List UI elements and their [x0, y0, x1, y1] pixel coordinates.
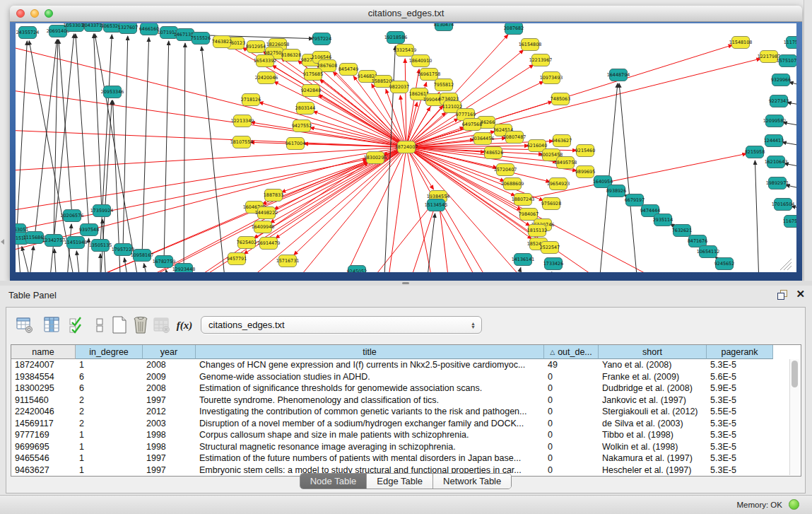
table-cell[interactable]: 0	[544, 418, 599, 430]
table-cell[interactable]: 5.3E-5	[707, 395, 773, 407]
column-header-name[interactable]: name	[11, 345, 76, 359]
network-edge[interactable]	[782, 142, 796, 149]
network-node[interactable]: 1733426	[543, 258, 563, 270]
network-node[interactable]: 12342757	[42, 235, 66, 247]
network-node[interactable]: 2522547	[540, 242, 560, 254]
network-node[interactable]: 9397548	[79, 224, 99, 236]
tab-edge-table[interactable]: Edge Table	[367, 474, 433, 489]
table-cell[interactable]: Genome-wide association studies in ADHD.	[196, 371, 544, 383]
network-node[interactable]: 11548108	[729, 37, 753, 49]
network-node[interactable]: 9899695	[575, 166, 595, 178]
network-node[interactable]: 16961758	[418, 69, 441, 81]
table-cell[interactable]: 1998	[143, 429, 196, 441]
network-node[interactable]: 10654112	[697, 246, 720, 258]
network-edge[interactable]	[142, 37, 149, 255]
table-cell[interactable]: 1	[76, 429, 143, 441]
float-panel-icon[interactable]	[777, 290, 788, 300]
table-cell[interactable]: Disruption of a novel member of a sodium…	[196, 418, 544, 430]
table-cell[interactable]: de Silva et al. (2003)	[599, 418, 707, 430]
scrollbar-thumb[interactable]	[792, 361, 798, 387]
column-header-in-degree[interactable]: in_degree	[76, 345, 143, 359]
table-cell[interactable]: 0	[544, 429, 599, 441]
network-edge[interactable]	[35, 40, 57, 238]
memory-status-icon[interactable]	[789, 499, 799, 510]
table-cell[interactable]: 22420046	[11, 406, 76, 418]
network-edge[interactable]	[76, 34, 89, 230]
network-node[interactable]: 2718126	[241, 94, 261, 106]
table-scrollbar[interactable]	[789, 359, 799, 475]
network-node[interactable]: 15720407	[494, 164, 517, 176]
table-cell[interactable]: 5.9E-5	[707, 382, 773, 395]
network-edge[interactable]	[16, 45, 406, 147]
network-node[interactable]: 9463627	[552, 135, 572, 147]
table-cell[interactable]: Structural magnetic resonance image aver…	[196, 441, 544, 453]
table-cell[interactable]: 19384554	[11, 371, 76, 383]
table-cell[interactable]: 5.3E-5	[707, 452, 773, 465]
table-cell[interactable]: 0	[544, 452, 599, 465]
network-edge[interactable]	[144, 264, 153, 272]
network-node[interactable]: 2803144	[295, 103, 315, 115]
network-edge[interactable]	[37, 161, 367, 272]
table-options-button[interactable]	[15, 315, 35, 335]
table-cell[interactable]: 2008	[143, 382, 196, 395]
new-table-button[interactable]	[110, 315, 129, 335]
table-cell[interactable]: 5.3E-5	[707, 359, 773, 371]
table-row[interactable]: 946554611997Estimation of the future num…	[11, 452, 801, 465]
network-node[interactable]: 7984067	[519, 209, 539, 221]
network-edge[interactable]	[439, 205, 454, 272]
table-cell[interactable]: 1	[76, 441, 143, 453]
network-node[interactable]: 11451948	[64, 237, 88, 249]
network-node[interactable]: 19218586	[384, 32, 408, 44]
network-node[interactable]: 9245652	[714, 258, 734, 270]
network-node[interactable]: 16210643	[765, 156, 788, 168]
network-edge[interactable]	[184, 43, 185, 269]
network-node[interactable]: 10807487	[503, 132, 526, 144]
network-node[interactable]: 18107554	[230, 136, 254, 148]
table-row[interactable]: 1938455462009Genome-wide association stu…	[11, 371, 801, 383]
network-node[interactable]: 8130474	[434, 23, 454, 31]
table-cell[interactable]: Estimation of the future numbers of pati…	[196, 452, 544, 465]
network-node[interactable]: 7955812	[434, 79, 454, 91]
network-node[interactable]: 9215460	[575, 145, 595, 157]
column-header-out-de-[interactable]: △out_de...	[544, 345, 599, 359]
network-node[interactable]: 9756928	[541, 198, 561, 210]
network-node[interactable]: 7463822	[212, 36, 232, 48]
table-cell[interactable]: 6	[76, 382, 143, 395]
table-cell[interactable]: 5.3E-5	[707, 429, 773, 441]
network-node[interactable]: 9617004	[286, 138, 305, 150]
network-node[interactable]: 16409948	[252, 221, 275, 233]
table-cell[interactable]: 9777169	[11, 429, 76, 441]
network-node[interactable]: 9245052	[347, 266, 367, 273]
network-node[interactable]: 7632621	[672, 225, 692, 237]
table-cell[interactable]: 0	[544, 395, 599, 407]
network-edge[interactable]	[17, 41, 27, 230]
network-edge[interactable]	[59, 40, 72, 216]
network-node[interactable]: 9227343	[769, 95, 789, 107]
table-row[interactable]: 1872400712008Changes of HCN gene express…	[11, 359, 801, 371]
table-cell[interactable]: 2	[76, 395, 143, 407]
network-node[interactable]: 9242848	[301, 85, 321, 97]
table-cell[interactable]: Investigating the contribution of common…	[196, 406, 544, 418]
table-cell[interactable]: Yano et al. (2008)	[599, 359, 707, 371]
table-cell[interactable]: Wolkin et al. (1998)	[599, 441, 707, 453]
column-visibility-button[interactable]	[42, 315, 61, 335]
close-panel-icon[interactable]: ✕	[796, 288, 805, 300]
table-cell[interactable]: Dudbridge et al. (2008)	[599, 382, 707, 395]
network-node[interactable]: 17016504	[772, 199, 795, 211]
table-cell[interactable]: 2	[76, 406, 143, 418]
table-row[interactable]: 2242004622012Investigating the contribut…	[11, 406, 801, 418]
network-node[interactable]: 15751074	[777, 55, 796, 67]
network-node[interactable]: 1887833	[264, 189, 283, 201]
clear-selection-button[interactable]	[90, 315, 110, 335]
table-cell[interactable]: 14569117	[11, 418, 76, 430]
network-edge[interactable]	[405, 59, 406, 147]
network-node[interactable]: 10973493	[540, 72, 563, 84]
network-node[interactable]: 1815132	[527, 225, 547, 237]
network-node[interactable]: 10958167	[131, 250, 154, 262]
network-node[interactable]: 10688609	[501, 178, 524, 190]
network-node[interactable]: 20953346	[101, 86, 124, 98]
network-node[interactable]: 8186328	[281, 49, 301, 62]
network-node[interactable]: 15716731	[276, 255, 300, 267]
divider-handle[interactable]	[402, 282, 409, 284]
table-cell[interactable]: Nakamura et al. (1997)	[599, 452, 707, 465]
